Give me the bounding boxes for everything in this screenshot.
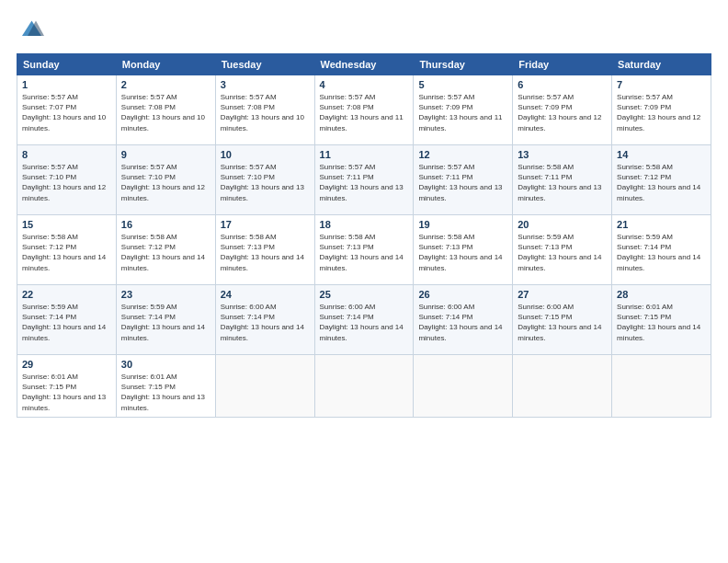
day-cell: 20 Sunrise: 5:59 AM Sunset: 7:13 PM Dayl… bbox=[513, 215, 612, 285]
logo bbox=[17, 17, 48, 44]
day-cell: 8 Sunrise: 5:57 AM Sunset: 7:10 PM Dayli… bbox=[17, 145, 117, 215]
day-number: 16 bbox=[121, 219, 210, 230]
day-number: 27 bbox=[518, 289, 607, 300]
week-row-1: 1 Sunrise: 5:57 AM Sunset: 7:07 PM Dayli… bbox=[17, 75, 711, 145]
day-number: 18 bbox=[320, 219, 409, 230]
day-info: Sunrise: 5:58 AM Sunset: 7:13 PM Dayligh… bbox=[320, 232, 409, 273]
day-cell: 7 Sunrise: 5:57 AM Sunset: 7:09 PM Dayli… bbox=[612, 75, 711, 145]
day-number: 15 bbox=[22, 219, 111, 230]
day-cell: 5 Sunrise: 5:57 AM Sunset: 7:09 PM Dayli… bbox=[414, 75, 513, 145]
day-cell: 6 Sunrise: 5:57 AM Sunset: 7:09 PM Dayli… bbox=[513, 75, 612, 145]
day-cell: 16 Sunrise: 5:58 AM Sunset: 7:12 PM Dayl… bbox=[116, 215, 215, 285]
week-row-5: 29 Sunrise: 6:01 AM Sunset: 7:15 PM Dayl… bbox=[17, 355, 711, 418]
day-info: Sunrise: 5:57 AM Sunset: 7:09 PM Dayligh… bbox=[617, 92, 706, 133]
calendar-table: SundayMondayTuesdayWednesdayThursdayFrid… bbox=[17, 53, 711, 418]
day-number: 23 bbox=[121, 289, 210, 300]
day-number: 28 bbox=[617, 289, 706, 300]
day-info: Sunrise: 5:57 AM Sunset: 7:09 PM Dayligh… bbox=[418, 92, 507, 133]
day-number: 14 bbox=[617, 149, 706, 160]
day-info: Sunrise: 6:01 AM Sunset: 7:15 PM Dayligh… bbox=[617, 302, 706, 343]
day-info: Sunrise: 5:58 AM Sunset: 7:11 PM Dayligh… bbox=[518, 162, 607, 203]
col-header-thursday: Thursday bbox=[414, 54, 513, 75]
day-number: 17 bbox=[221, 219, 310, 230]
col-header-wednesday: Wednesday bbox=[314, 54, 414, 75]
day-info: Sunrise: 5:57 AM Sunset: 7:07 PM Dayligh… bbox=[22, 92, 111, 133]
day-cell: 30 Sunrise: 6:01 AM Sunset: 7:15 PM Dayl… bbox=[116, 355, 215, 418]
day-number: 25 bbox=[320, 289, 409, 300]
day-number: 21 bbox=[617, 219, 706, 230]
day-number: 1 bbox=[22, 79, 111, 90]
day-cell: 14 Sunrise: 5:58 AM Sunset: 7:12 PM Dayl… bbox=[612, 145, 711, 215]
day-number: 12 bbox=[418, 149, 507, 160]
day-number: 11 bbox=[320, 149, 409, 160]
day-info: Sunrise: 5:57 AM Sunset: 7:10 PM Dayligh… bbox=[121, 162, 210, 203]
day-number: 6 bbox=[518, 79, 607, 90]
day-cell: 13 Sunrise: 5:58 AM Sunset: 7:11 PM Dayl… bbox=[513, 145, 612, 215]
day-info: Sunrise: 6:00 AM Sunset: 7:14 PM Dayligh… bbox=[320, 302, 409, 343]
day-cell: 15 Sunrise: 5:58 AM Sunset: 7:12 PM Dayl… bbox=[17, 215, 117, 285]
day-cell: 18 Sunrise: 5:58 AM Sunset: 7:13 PM Dayl… bbox=[314, 215, 414, 285]
day-info: Sunrise: 5:57 AM Sunset: 7:10 PM Dayligh… bbox=[221, 162, 310, 203]
day-info: Sunrise: 5:57 AM Sunset: 7:08 PM Dayligh… bbox=[320, 92, 409, 133]
col-header-tuesday: Tuesday bbox=[215, 54, 314, 75]
day-info: Sunrise: 5:59 AM Sunset: 7:14 PM Dayligh… bbox=[121, 302, 210, 343]
day-info: Sunrise: 6:00 AM Sunset: 7:14 PM Dayligh… bbox=[221, 302, 310, 343]
day-cell: 24 Sunrise: 6:00 AM Sunset: 7:14 PM Dayl… bbox=[215, 285, 314, 355]
day-info: Sunrise: 5:58 AM Sunset: 7:12 PM Dayligh… bbox=[121, 232, 210, 273]
day-cell: 3 Sunrise: 5:57 AM Sunset: 7:08 PM Dayli… bbox=[215, 75, 314, 145]
day-cell: 10 Sunrise: 5:57 AM Sunset: 7:10 PM Dayl… bbox=[215, 145, 314, 215]
day-cell: 21 Sunrise: 5:59 AM Sunset: 7:14 PM Dayl… bbox=[612, 215, 711, 285]
day-cell: 19 Sunrise: 5:58 AM Sunset: 7:13 PM Dayl… bbox=[414, 215, 513, 285]
day-info: Sunrise: 5:58 AM Sunset: 7:13 PM Dayligh… bbox=[221, 232, 310, 273]
day-cell: 25 Sunrise: 6:00 AM Sunset: 7:14 PM Dayl… bbox=[314, 285, 414, 355]
week-row-2: 8 Sunrise: 5:57 AM Sunset: 7:10 PM Dayli… bbox=[17, 145, 711, 215]
day-cell bbox=[513, 355, 612, 418]
day-cell: 26 Sunrise: 6:00 AM Sunset: 7:14 PM Dayl… bbox=[414, 285, 513, 355]
day-cell: 11 Sunrise: 5:57 AM Sunset: 7:11 PM Dayl… bbox=[314, 145, 414, 215]
col-header-monday: Monday bbox=[116, 54, 215, 75]
day-info: Sunrise: 6:00 AM Sunset: 7:14 PM Dayligh… bbox=[418, 302, 507, 343]
day-number: 2 bbox=[121, 79, 210, 90]
day-cell: 12 Sunrise: 5:57 AM Sunset: 7:11 PM Dayl… bbox=[414, 145, 513, 215]
day-cell: 17 Sunrise: 5:58 AM Sunset: 7:13 PM Dayl… bbox=[215, 215, 314, 285]
day-number: 7 bbox=[617, 79, 706, 90]
day-number: 26 bbox=[418, 289, 507, 300]
day-info: Sunrise: 5:58 AM Sunset: 7:13 PM Dayligh… bbox=[418, 232, 507, 273]
day-number: 8 bbox=[22, 149, 111, 160]
logo-icon bbox=[17, 17, 44, 44]
col-header-sunday: Sunday bbox=[17, 54, 117, 75]
day-cell: 28 Sunrise: 6:01 AM Sunset: 7:15 PM Dayl… bbox=[612, 285, 711, 355]
day-number: 30 bbox=[121, 359, 210, 370]
day-cell bbox=[314, 355, 414, 418]
day-cell: 9 Sunrise: 5:57 AM Sunset: 7:10 PM Dayli… bbox=[116, 145, 215, 215]
day-cell: 22 Sunrise: 5:59 AM Sunset: 7:14 PM Dayl… bbox=[17, 285, 117, 355]
week-row-4: 22 Sunrise: 5:59 AM Sunset: 7:14 PM Dayl… bbox=[17, 285, 711, 355]
day-number: 24 bbox=[221, 289, 310, 300]
day-cell: 27 Sunrise: 6:00 AM Sunset: 7:15 PM Dayl… bbox=[513, 285, 612, 355]
day-info: Sunrise: 6:00 AM Sunset: 7:15 PM Dayligh… bbox=[518, 302, 607, 343]
day-info: Sunrise: 5:57 AM Sunset: 7:11 PM Dayligh… bbox=[418, 162, 507, 203]
day-cell: 1 Sunrise: 5:57 AM Sunset: 7:07 PM Dayli… bbox=[17, 75, 117, 145]
day-number: 5 bbox=[418, 79, 507, 90]
page: SundayMondayTuesdayWednesdayThursdayFrid… bbox=[0, 0, 728, 563]
day-cell bbox=[414, 355, 513, 418]
day-cell: 29 Sunrise: 6:01 AM Sunset: 7:15 PM Dayl… bbox=[17, 355, 117, 418]
day-info: Sunrise: 5:59 AM Sunset: 7:14 PM Dayligh… bbox=[617, 232, 706, 273]
day-info: Sunrise: 5:57 AM Sunset: 7:08 PM Dayligh… bbox=[121, 92, 210, 133]
header-row: SundayMondayTuesdayWednesdayThursdayFrid… bbox=[17, 54, 711, 75]
day-info: Sunrise: 5:59 AM Sunset: 7:13 PM Dayligh… bbox=[518, 232, 607, 273]
day-info: Sunrise: 6:01 AM Sunset: 7:15 PM Dayligh… bbox=[121, 372, 210, 413]
day-info: Sunrise: 6:01 AM Sunset: 7:15 PM Dayligh… bbox=[22, 372, 111, 413]
day-number: 10 bbox=[221, 149, 310, 160]
day-cell: 2 Sunrise: 5:57 AM Sunset: 7:08 PM Dayli… bbox=[116, 75, 215, 145]
day-info: Sunrise: 5:59 AM Sunset: 7:14 PM Dayligh… bbox=[22, 302, 111, 343]
day-info: Sunrise: 5:57 AM Sunset: 7:08 PM Dayligh… bbox=[221, 92, 310, 133]
day-cell: 4 Sunrise: 5:57 AM Sunset: 7:08 PM Dayli… bbox=[314, 75, 414, 145]
col-header-friday: Friday bbox=[513, 54, 612, 75]
day-number: 20 bbox=[518, 219, 607, 230]
day-number: 9 bbox=[121, 149, 210, 160]
day-cell: 23 Sunrise: 5:59 AM Sunset: 7:14 PM Dayl… bbox=[116, 285, 215, 355]
day-cell bbox=[215, 355, 314, 418]
day-number: 29 bbox=[22, 359, 111, 370]
week-row-3: 15 Sunrise: 5:58 AM Sunset: 7:12 PM Dayl… bbox=[17, 215, 711, 285]
